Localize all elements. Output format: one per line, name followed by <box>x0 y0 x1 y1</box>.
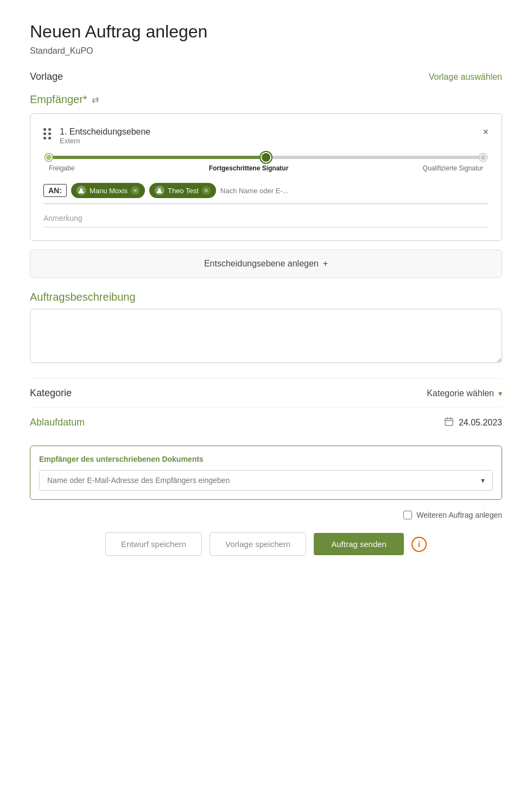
remove-theo-button[interactable]: × <box>202 186 211 195</box>
drag-dot <box>48 137 51 139</box>
signed-doc-section: Empfänger des unterschriebenen Dokuments… <box>30 446 502 500</box>
plus-icon: + <box>323 259 328 269</box>
slider-labels: Freigabe Fortgeschrittene Signatur Quali… <box>49 164 483 172</box>
ablaufdatum-value[interactable]: 24.05.2023 <box>445 417 502 428</box>
signed-doc-title: Empfänger des unterschriebenen Dokuments <box>39 455 493 463</box>
slider-fill <box>49 156 266 159</box>
drag-dot <box>48 132 51 135</box>
person-icon <box>155 186 164 195</box>
drag-dot <box>48 128 51 131</box>
kategorie-select[interactable]: Kategorie wählen ▾ <box>427 389 502 398</box>
close-card-button[interactable]: × <box>483 127 489 137</box>
slider-track <box>49 156 483 159</box>
page-title: Neuen Auftrag anlegen <box>30 22 502 42</box>
swap-icon[interactable]: ⇄ <box>92 94 99 105</box>
slider-label-fortgeschritten: Fortgeschrittene Signatur <box>209 164 289 172</box>
weiterer-auftrag-row: Weiteren Auftrag anlegen <box>30 511 502 519</box>
card-header: 1. Entscheidungsebene Extern × <box>43 127 489 145</box>
weiterer-auftrag-checkbox[interactable] <box>403 511 412 519</box>
kategorie-row: Kategorie Kategorie wählen ▾ <box>30 378 502 408</box>
info-button[interactable]: i <box>411 537 427 552</box>
send-order-button[interactable]: Auftrag senden <box>314 533 404 555</box>
auftragsbeschreibung-label: Auftragsbeschreibung <box>30 291 502 303</box>
remove-manu-button[interactable]: × <box>131 186 140 195</box>
slider-thumb-mid <box>261 152 271 163</box>
slider-thumb-start <box>45 154 53 161</box>
save-draft-button[interactable]: Entwurf speichern <box>105 532 202 556</box>
signed-doc-chevron-icon[interactable]: ▾ <box>473 471 492 490</box>
chip-name-theo: Theo Test <box>168 187 199 195</box>
weiterer-auftrag-label: Weiteren Auftrag anlegen <box>416 511 502 519</box>
ablaufdatum-row: Ablaufdatum 24.05.2023 <box>30 408 502 437</box>
level-title: 1. Entscheidungsebene <box>60 127 150 137</box>
chip-name-manu: Manu Moxis <box>90 187 128 195</box>
svg-rect-2 <box>445 418 453 425</box>
ablaufdatum-label: Ablaufdatum <box>30 417 85 428</box>
person-icon <box>77 186 86 195</box>
kategorie-label: Kategorie <box>30 387 72 399</box>
an-field: AN: Manu Moxis × Theo Test × <box>43 183 489 204</box>
kategorie-select-label: Kategorie wählen <box>427 389 494 398</box>
action-buttons: Entwurf speichern Vorlage speichern Auft… <box>30 532 502 556</box>
drag-handle[interactable] <box>43 127 51 139</box>
recipient-chip-manu: Manu Moxis × <box>71 183 145 198</box>
signed-doc-input[interactable] <box>40 471 473 490</box>
recipient-search-input[interactable] <box>220 187 312 195</box>
card-title-block: 1. Entscheidungsebene Extern <box>60 127 150 145</box>
level-type: Extern <box>60 137 150 145</box>
save-template-button[interactable]: Vorlage speichern <box>210 532 306 556</box>
signature-slider[interactable]: Freigabe Fortgeschrittene Signatur Quali… <box>43 156 489 172</box>
slider-thumb-end <box>479 154 487 161</box>
slider-label-freigabe: Freigabe <box>49 164 74 172</box>
chevron-down-icon: ▾ <box>498 389 502 398</box>
drag-dot <box>43 137 46 139</box>
an-label: AN: <box>43 184 67 197</box>
calendar-icon <box>445 417 453 428</box>
empfaenger-heading: Empfänger* ⇄ <box>30 93 502 106</box>
add-level-button[interactable]: Entscheidungsebene anlegen + <box>30 250 502 278</box>
card-header-left: 1. Entscheidungsebene Extern <box>43 127 150 145</box>
signed-doc-input-row: ▾ <box>39 470 493 491</box>
auftragsbeschreibung-textarea[interactable] <box>30 309 502 363</box>
vorlage-select-link[interactable]: Vorlage auswählen <box>429 72 502 82</box>
vorlage-label: Vorlage <box>30 71 63 82</box>
add-level-label: Entscheidungsebene anlegen <box>204 259 319 269</box>
ablaufdatum-date: 24.05.2023 <box>459 418 502 428</box>
recipient-chip-theo: Theo Test × <box>149 183 216 198</box>
decision-level-card: 1. Entscheidungsebene Extern × Freigabe … <box>30 113 502 241</box>
anmerkung-field[interactable]: Anmerkung <box>43 214 489 227</box>
drag-dot <box>43 132 46 135</box>
slider-label-qualifiziert: Qualifizierte Signatur <box>423 164 483 172</box>
vorlage-row: Vorlage Vorlage auswählen <box>30 71 502 82</box>
page-subtitle: Standard_KuPO <box>30 46 502 56</box>
drag-dot <box>43 128 46 131</box>
empfaenger-label-text: Empfänger* <box>30 93 87 106</box>
